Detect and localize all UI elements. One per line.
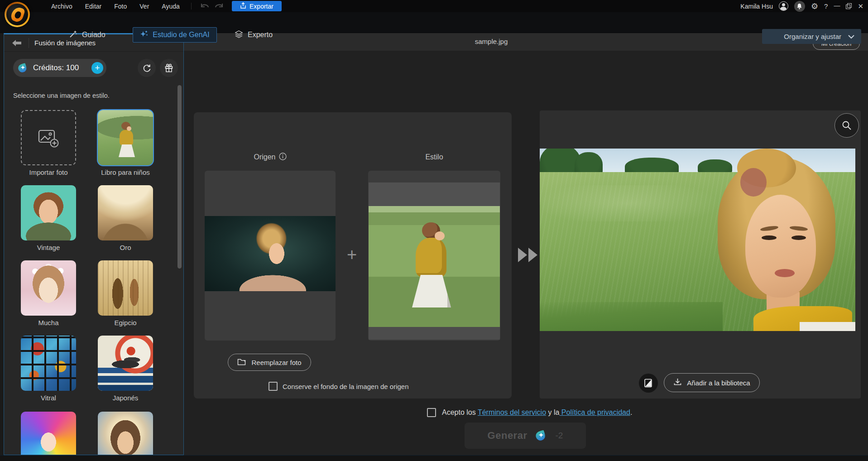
style-photo	[369, 182, 500, 340]
add-to-library-button[interactable]: Añadir a la biblioteca	[664, 373, 760, 392]
sidebar-scrollbar[interactable]	[177, 85, 182, 269]
genai-sparkle-icon	[140, 30, 148, 40]
keep-background-row: Conserve el fondo de la imagen de origen	[269, 382, 409, 391]
zoom-result-button[interactable]	[834, 113, 859, 138]
terms-text: Acepto los Términos del servicio y la Po…	[442, 408, 632, 417]
woman-face	[745, 195, 816, 298]
oro-art	[98, 185, 153, 240]
diosa-thumb[interactable]	[98, 412, 153, 455]
japones-thumb[interactable]	[98, 336, 153, 391]
settings-gear-icon[interactable]: ⚙	[811, 2, 818, 10]
vintage-art	[21, 185, 76, 240]
photodirector-logo	[5, 2, 30, 27]
style-vintage[interactable]: Vintage	[21, 185, 76, 251]
restore-button[interactable]	[846, 3, 852, 9]
style-mucha[interactable]: Mucha	[21, 260, 76, 327]
anime-thumb[interactable]	[21, 412, 76, 455]
generate-label: Generar	[488, 430, 528, 442]
tab-experto[interactable]: Experto	[235, 27, 273, 43]
style-label-row: Estilo	[368, 152, 500, 162]
undo-icon[interactable]	[199, 1, 210, 11]
window-bottom-edge	[0, 455, 868, 461]
generate-button[interactable]: Generar -2	[465, 423, 586, 449]
terms-row: Acepto los Términos del servicio y la Po…	[427, 408, 632, 417]
menu-foto[interactable]: Foto	[110, 3, 131, 10]
keep-background-label: Conserve el fondo de la imagen de origen	[283, 383, 409, 390]
style-oro[interactable]: Oro	[98, 185, 153, 251]
vitral-thumb[interactable]	[21, 336, 76, 391]
compare-before-after-button[interactable]	[639, 374, 658, 393]
magnifier-icon	[841, 120, 853, 131]
terms-of-service-link[interactable]: Términos del servicio	[478, 408, 546, 416]
select-style-hint: Seleccione una imagen de estilo.	[13, 92, 110, 99]
style-diosa[interactable]	[98, 412, 153, 455]
vintage-thumb[interactable]	[21, 185, 76, 240]
terms-middle: y la	[546, 408, 559, 416]
mucha-thumb[interactable]	[21, 260, 76, 316]
style-egipcio[interactable]: Egipcio	[98, 260, 153, 327]
download-icon	[673, 378, 682, 388]
woman-eye	[791, 235, 806, 240]
keep-background-checkbox[interactable]	[269, 382, 278, 391]
style-label: Mucha	[21, 319, 76, 327]
egipcio-art	[98, 260, 153, 316]
credits-label: Créditos: 100	[33, 63, 79, 72]
refresh-credits-button[interactable]	[138, 59, 156, 77]
compare-icon	[643, 378, 653, 388]
filename-label: sample.jpg	[453, 38, 530, 45]
menu-ver[interactable]: Ver	[135, 3, 153, 10]
style-label: Importar foto	[21, 168, 76, 176]
result-image	[540, 149, 855, 331]
style-label: Egipcio	[98, 319, 153, 327]
sidebar-header-separator	[29, 38, 29, 48]
origin-label: Origen	[254, 153, 275, 161]
privacy-policy-link[interactable]: Política de privacidad	[559, 408, 630, 416]
close-button[interactable]: ✕	[858, 2, 863, 10]
notifications-bell-icon[interactable]	[794, 1, 805, 12]
replace-photo-button[interactable]: Reemplazar foto	[228, 354, 311, 371]
style-sidebar: Fusión de imágenes Créditos: 100 + Selec…	[4, 33, 184, 455]
style-anime[interactable]	[21, 412, 76, 455]
gift-rewards-button[interactable]	[160, 59, 178, 77]
credits-pill: Créditos: 100 +	[13, 59, 106, 77]
oro-thumb[interactable]	[98, 185, 153, 240]
import-photo-thumb[interactable]	[21, 110, 76, 165]
tab-estudio-genai[interactable]: Estudio de GenAI	[133, 27, 217, 43]
style-vitral[interactable]: Vitral	[21, 336, 76, 402]
terms-checkbox[interactable]	[427, 408, 436, 417]
style-japones[interactable]: Japonés	[98, 336, 153, 402]
organize-adjust-dropdown[interactable]: Organizar y ajustar	[762, 29, 861, 44]
woman-white-garment	[800, 322, 855, 331]
export-icon	[240, 2, 246, 10]
style-libro-para-ninos[interactable]: Libro para niños	[98, 110, 153, 176]
user-avatar-icon[interactable]	[779, 1, 788, 11]
anime-art	[21, 412, 76, 455]
style-label-main: Estilo	[425, 153, 443, 161]
libro-thumb[interactable]	[98, 110, 153, 165]
menu-archivo[interactable]: Archivo	[47, 3, 77, 10]
style-import-photo[interactable]: Importar foto	[21, 110, 76, 176]
history-buttons	[199, 1, 225, 11]
child-skirt	[412, 275, 451, 307]
menu-editar[interactable]: Editar	[81, 3, 106, 10]
egipcio-thumb[interactable]	[98, 260, 153, 316]
back-button[interactable]	[9, 38, 25, 48]
tab-guiado[interactable]: Guiado	[69, 27, 106, 43]
credit-cost-icon	[535, 429, 547, 442]
mode-toolbar: Guiado Estudio de GenAI Experto Organiza…	[0, 12, 868, 33]
help-icon[interactable]: ?	[824, 2, 828, 10]
info-icon[interactable]	[279, 153, 287, 162]
generate-cost: -2	[555, 431, 563, 441]
redo-icon[interactable]	[214, 1, 225, 11]
organize-adjust-label: Organizar y ajustar	[784, 33, 841, 40]
woman-eye	[762, 235, 777, 240]
export-label: Exportar	[249, 3, 273, 10]
menu-ayuda[interactable]: Ayuda	[158, 3, 183, 10]
export-button[interactable]: Exportar	[232, 1, 282, 11]
add-credits-button[interactable]: +	[91, 62, 103, 74]
chevron-down-icon	[848, 33, 855, 40]
photodirector-window: Archivo Editar Foto Ver Ayuda Exportar K…	[0, 0, 868, 461]
titlebar-right: Kamila Hsu ⚙ ? — ✕	[740, 0, 863, 12]
child-face	[435, 231, 445, 240]
minimize-button[interactable]: —	[834, 3, 840, 10]
